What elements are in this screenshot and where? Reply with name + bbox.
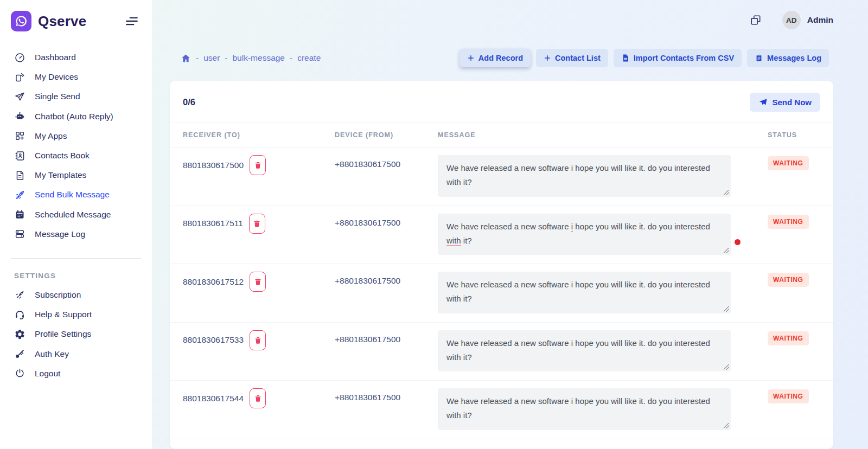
- delete-row-button[interactable]: [250, 388, 266, 408]
- receiver-number: 8801830617511: [183, 219, 243, 228]
- sidebar: Qserve Dashboard My Devices Single Send …: [0, 0, 152, 449]
- main-content: AD Admin - user - bulk-message - create …: [152, 0, 868, 449]
- contact-list-button[interactable]: Contact List: [536, 49, 608, 67]
- sidebar-item-label: Profile Settings: [35, 329, 91, 339]
- messages-log-label: Messages Log: [767, 54, 821, 62]
- sidebar-item-label: My Devices: [35, 72, 78, 82]
- avatar[interactable]: AD: [782, 11, 801, 29]
- message-cell: We have released a new software i hope y…: [438, 155, 758, 197]
- single-send-icon: [14, 91, 25, 102]
- misspelled-word: with: [446, 236, 461, 246]
- message-cell: We have released a new software i hope y…: [438, 388, 758, 430]
- breadcrumb-separator: -: [196, 53, 199, 63]
- whatsapp-icon: [15, 15, 28, 28]
- clipboard-icon: [755, 54, 763, 62]
- csv-file-icon: [621, 54, 630, 62]
- trash-icon: [254, 336, 262, 344]
- sidebar-item-auth-key[interactable]: Auth Key: [0, 344, 152, 363]
- page-actions: Add Record Contact List Import Contacts …: [459, 49, 833, 67]
- hamburger-menu-icon[interactable]: [123, 12, 141, 30]
- delete-row-button[interactable]: [250, 155, 266, 175]
- power-icon: [14, 368, 25, 379]
- receiver-number: 8801830617544: [183, 394, 244, 403]
- sidebar-item-label: Single Send: [35, 92, 80, 101]
- sidebar-item-send-bulk-message[interactable]: Send Bulk Message: [0, 185, 152, 204]
- sidebar-item-chatbot[interactable]: Chatbot (Auto Reply): [0, 107, 152, 126]
- delete-row-button[interactable]: [250, 272, 266, 292]
- device-number: +8801830617500: [335, 272, 438, 313]
- sidebar-item-label: Auth Key: [35, 349, 69, 359]
- status-cell: WAITING: [758, 330, 820, 345]
- message-textarea[interactable]: We have released a new software i hope y…: [438, 388, 731, 430]
- sidebar-item-dashboard[interactable]: Dashboard: [0, 48, 152, 67]
- sidebar-item-logout[interactable]: Logout: [0, 364, 152, 383]
- table-row: 8801830617500 +8801830617500 We have rel…: [170, 147, 833, 206]
- import-contacts-csv-button[interactable]: Import Contacts From CSV: [614, 49, 742, 67]
- contact-list-label: Contact List: [555, 54, 601, 62]
- receiver-number: 8801830617500: [183, 161, 244, 170]
- message-cell: We have released a new software i hope y…: [438, 330, 758, 372]
- templates-icon: [14, 170, 25, 181]
- dashboard-icon: [14, 52, 25, 63]
- overlapping-squares-icon[interactable]: [748, 12, 764, 28]
- breadcrumb-item-create[interactable]: create: [297, 53, 321, 63]
- sidebar-item-help-support[interactable]: Help & Support: [0, 305, 152, 324]
- breadcrumb-item-user[interactable]: user: [203, 53, 220, 63]
- devices-icon: [14, 72, 25, 83]
- table-header-row: RECEIVER (TO) DEVICE (FROM) MESSAGE STAT…: [170, 123, 833, 147]
- sidebar-item-profile-settings[interactable]: Profile Settings: [0, 324, 152, 344]
- message-textarea[interactable]: We have released a new software i hope y…: [438, 214, 731, 255]
- message-textarea[interactable]: We have released a new software i hope y…: [438, 330, 731, 372]
- message-textarea[interactable]: We have released a new software i hope y…: [438, 272, 731, 313]
- trash-icon: [254, 394, 262, 402]
- breadcrumb-item-bulk-message[interactable]: bulk-message: [233, 53, 285, 63]
- receiver-cell: 8801830617511: [183, 214, 335, 234]
- apps-icon: [14, 130, 25, 142]
- message-textarea[interactable]: We have released a new software i hope y…: [438, 155, 731, 197]
- message-cell: We have released a new software i hope y…: [438, 272, 758, 313]
- status-cell: WAITING: [758, 272, 820, 287]
- toolbar-row: - user - bulk-message - create Add Recor…: [170, 49, 833, 67]
- plus-icon: [467, 54, 475, 62]
- brand-logo[interactable]: [11, 11, 31, 31]
- sidebar-item-single-send[interactable]: Single Send: [0, 87, 152, 106]
- receiver-cell: 8801830617512: [183, 272, 335, 292]
- delete-row-button[interactable]: [249, 214, 265, 234]
- sidebar-item-label: Chatbot (Auto Reply): [35, 112, 113, 121]
- status-cell: WAITING: [758, 155, 820, 170]
- sidebar-item-my-apps[interactable]: My Apps: [0, 126, 152, 146]
- sidebar-item-my-templates[interactable]: My Templates: [0, 165, 152, 185]
- user-name[interactable]: Admin: [807, 15, 833, 25]
- receiver-number: 8801830617533: [183, 335, 244, 345]
- breadcrumb-separator: -: [290, 53, 292, 63]
- sidebar-item-my-devices[interactable]: My Devices: [0, 67, 152, 87]
- messages-log-button[interactable]: Messages Log: [747, 49, 829, 67]
- calendar-icon: [14, 209, 25, 220]
- sidebar-item-message-log[interactable]: Message Log: [0, 224, 152, 244]
- sidebar-nav: Dashboard My Devices Single Send Chatbot…: [0, 48, 152, 383]
- status-badge: WAITING: [768, 273, 809, 287]
- receiver-cell: 8801830617544: [183, 388, 335, 408]
- sidebar-item-label: Message Log: [35, 229, 85, 239]
- device-number: +8801830617500: [335, 155, 438, 197]
- breadcrumb: - user - bulk-message - create: [170, 53, 321, 63]
- delete-row-button[interactable]: [250, 330, 266, 350]
- sidebar-item-contacts-book[interactable]: Contacts Book: [0, 146, 152, 165]
- sidebar-item-scheduled-message[interactable]: Scheduled Message: [0, 205, 152, 224]
- sidebar-item-label: Dashboard: [35, 53, 76, 62]
- home-icon[interactable]: [181, 53, 191, 63]
- sidebar-item-label: Help & Support: [35, 310, 92, 319]
- column-header-status: STATUS: [758, 131, 820, 139]
- sidebar-item-label: My Apps: [35, 131, 67, 141]
- sidebar-item-subscription[interactable]: Subscription: [0, 285, 152, 305]
- add-record-button[interactable]: Add Record: [459, 49, 531, 67]
- device-number: +8801830617500: [335, 388, 438, 430]
- brand-row: Qserve: [0, 9, 152, 41]
- settings-section-label: SETTINGS: [0, 259, 152, 285]
- grammar-alert-dot[interactable]: [735, 239, 741, 245]
- sidebar-item-label: Contacts Book: [35, 151, 90, 161]
- status-badge: WAITING: [768, 156, 809, 170]
- status-cell: WAITING: [758, 214, 820, 229]
- table-row: 8801830617511 +8801830617500 We have rel…: [170, 206, 833, 265]
- send-now-button[interactable]: Send Now: [750, 93, 820, 112]
